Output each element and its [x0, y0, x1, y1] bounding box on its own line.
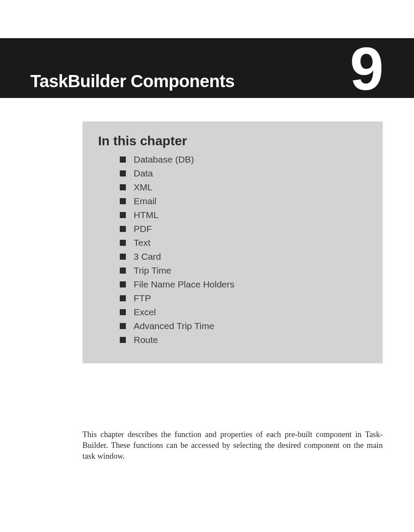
bullet-icon — [120, 281, 126, 287]
list-item: XML — [120, 182, 367, 193]
list-item-label: 3 Card — [134, 251, 161, 262]
body-paragraph: This chapter describes the function and … — [82, 429, 383, 462]
list-item-label: Database (DB) — [134, 154, 194, 165]
list-item-label: Text — [134, 238, 151, 248]
list-item: Text — [120, 238, 367, 248]
list-item-label: Data — [134, 168, 153, 179]
bullet-icon — [120, 157, 126, 163]
bullet-icon — [120, 323, 126, 329]
bullet-icon — [120, 226, 126, 232]
in-this-chapter-heading: In this chapter — [98, 134, 367, 148]
list-item-label: Trip Time — [134, 265, 171, 276]
chapter-header: TaskBuilder Components 9 — [0, 38, 414, 98]
list-item-label: Advanced Trip Time — [134, 321, 214, 331]
list-item: File Name Place Holders — [120, 279, 367, 290]
list-item: Trip Time — [120, 265, 367, 276]
list-item: FTP — [120, 293, 367, 304]
list-item: Database (DB) — [120, 154, 367, 165]
list-item-label: File Name Place Holders — [134, 279, 234, 290]
list-item-label: PDF — [134, 224, 152, 234]
list-item-label: FTP — [134, 293, 151, 304]
bullet-icon — [120, 268, 126, 274]
list-item: PDF — [120, 224, 367, 234]
chapter-title: TaskBuilder Components — [30, 72, 235, 91]
bullet-icon — [120, 184, 126, 190]
bullet-icon — [120, 254, 126, 260]
list-item: Excel — [120, 307, 367, 317]
list-item: Data — [120, 168, 367, 179]
list-item: HTML — [120, 210, 367, 220]
list-item-label: XML — [134, 182, 152, 193]
list-item: Route — [120, 335, 367, 345]
in-this-chapter-box: In this chapter Database (DB) Data XML E… — [82, 121, 383, 363]
chapter-topic-list: Database (DB) Data XML Email HTML PDF Te… — [98, 154, 367, 345]
bullet-icon — [120, 295, 126, 301]
chapter-number: 9 — [350, 42, 384, 95]
list-item-label: Email — [134, 196, 157, 206]
list-item-label: Excel — [134, 307, 156, 317]
bullet-icon — [120, 170, 126, 176]
list-item-label: HTML — [134, 210, 158, 220]
bullet-icon — [120, 337, 126, 343]
bullet-icon — [120, 198, 126, 204]
list-item-label: Route — [134, 335, 158, 345]
bullet-icon — [120, 309, 126, 315]
list-item: 3 Card — [120, 251, 367, 262]
list-item: Advanced Trip Time — [120, 321, 367, 331]
list-item: Email — [120, 196, 367, 206]
bullet-icon — [120, 240, 126, 246]
bullet-icon — [120, 212, 126, 218]
